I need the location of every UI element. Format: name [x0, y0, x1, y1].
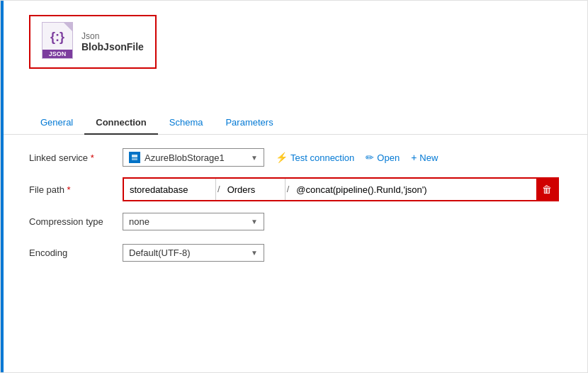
linked-service-value: AzureBlobStorage1	[145, 152, 225, 163]
test-connection-link[interactable]: ⚡ Test connection	[276, 152, 354, 163]
delete-icon: 🗑	[542, 184, 552, 195]
svg-rect-2	[132, 158, 137, 160]
dataset-type: Json	[81, 31, 144, 41]
new-plus-icon: +	[411, 152, 417, 163]
main-container: {:} JSON Json BlobJsonFile General Conne…	[0, 0, 588, 373]
open-link[interactable]: ✏ Open	[366, 152, 400, 163]
tab-parameters[interactable]: Parameters	[214, 111, 284, 135]
json-file-icon: {:} JSON	[40, 22, 74, 62]
dataset-name: BlobJsonFile	[81, 41, 144, 52]
linked-service-row: Linked service * AzureBlobStorage1	[29, 146, 559, 169]
file-icon-body: {:} JSON	[42, 22, 73, 59]
file-path-label: File path *	[29, 184, 114, 195]
linked-service-controls: AzureBlobStorage1 ▼ ⚡ Test connection ✏ …	[123, 148, 438, 167]
file-icon-corner-fold	[64, 23, 72, 31]
test-connection-label: Test connection	[290, 152, 354, 163]
storage-icon	[129, 152, 140, 163]
encoding-dropdown-arrow: ▼	[251, 249, 258, 257]
new-link[interactable]: + New	[411, 152, 438, 163]
svg-rect-1	[132, 155, 137, 157]
compression-dropdown-arrow: ▼	[251, 218, 258, 226]
tab-general[interactable]: General	[29, 111, 84, 135]
braces-symbol: {:}	[50, 30, 64, 45]
tab-connection[interactable]: Connection	[84, 111, 158, 135]
file-path-segment3[interactable]	[290, 179, 536, 200]
file-path-segment2[interactable]	[222, 179, 285, 200]
dataset-info: Json BlobJsonFile	[81, 31, 144, 52]
encoding-label: Encoding	[29, 247, 114, 258]
file-path-required-star: *	[67, 184, 71, 195]
new-label: New	[419, 152, 438, 163]
test-connection-icon: ⚡	[276, 152, 288, 163]
tabs-row: General Connection Schema Parameters	[29, 111, 559, 134]
compression-type-row: Compression type none ▼	[29, 210, 559, 233]
compression-type-label: Compression type	[29, 216, 114, 227]
linked-service-dropdown[interactable]: AzureBlobStorage1 ▼	[123, 148, 264, 167]
open-icon: ✏	[366, 152, 374, 163]
path-separator-2: /	[285, 179, 291, 200]
file-path-row: File path * / / 🗑	[29, 177, 559, 201]
encoding-row: Encoding Default(UTF-8) ▼	[29, 241, 559, 264]
icon-area: {:} JSON Json BlobJsonFile	[1, 1, 587, 76]
path-separator-1: /	[216, 179, 222, 200]
dataset-card: {:} JSON Json BlobJsonFile	[29, 15, 157, 69]
dropdown-inner: AzureBlobStorage1	[129, 152, 225, 163]
tab-schema[interactable]: Schema	[158, 111, 215, 135]
file-path-segment1[interactable]	[124, 179, 216, 200]
delete-path-button[interactable]: 🗑	[536, 179, 558, 200]
json-label: JSON	[43, 50, 72, 58]
file-path-controls: / / 🗑	[123, 177, 559, 201]
form-section: Linked service * AzureBlobStorage1	[1, 135, 587, 275]
linked-service-label: Linked service *	[29, 152, 114, 163]
encoding-value: Default(UTF-8)	[129, 247, 191, 258]
required-star: *	[91, 152, 94, 163]
dropdown-arrow-icon: ▼	[251, 154, 258, 162]
compression-type-dropdown[interactable]: none ▼	[123, 213, 264, 230]
encoding-dropdown[interactable]: Default(UTF-8) ▼	[123, 244, 264, 262]
open-label: Open	[377, 152, 400, 163]
compression-type-value: none	[129, 216, 149, 227]
tabs-section: General Connection Schema Parameters	[1, 76, 587, 135]
left-accent-bar	[1, 1, 4, 372]
